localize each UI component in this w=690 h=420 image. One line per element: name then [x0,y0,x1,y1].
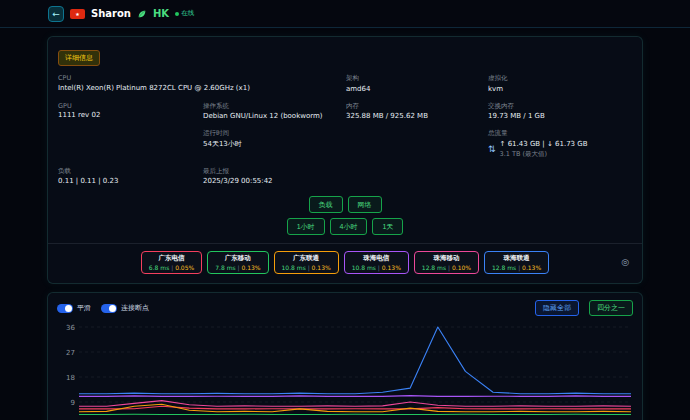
connect-gaps-toggle[interactable]: 连接断点 [101,303,149,313]
toggle-switch-icon [101,304,117,313]
field-virtualization: 虚拟化 kvm [488,74,632,94]
field-value: 1111 rev 02 [58,111,203,120]
isp-latency: 10.8 ms [282,264,306,271]
field-traffic: 总流量 ⇅ ↑ 61.43 GB | ↓ 61.73 GB 3.1 TB (最大… [488,129,632,159]
toggle-label: 连接断点 [121,303,149,313]
field-load: 负载 0.11 | 0.11 | 0.23 [58,167,203,187]
quarter-view-button[interactable]: 四分之一 [589,300,633,316]
isp-chip-gd-unicom[interactable]: 广东联通 10.8 ms | 0.13% [274,251,339,274]
isp-loss: 0.13% [241,264,260,271]
field-gpu: GPU 1111 rev 02 [58,102,203,122]
isp-name: 广东联通 [282,254,331,263]
field-last-report: 最后上报 2025/3/29 00:55:42 [203,167,346,187]
main-content: 详细信息 CPU Intel(R) Xeon(R) Platinum 8272C… [47,36,643,420]
isp-latency: 12.8 ms [422,264,446,271]
toggle-label: 平滑 [77,303,91,313]
isp-chip-zh-mobile[interactable]: 珠海移动 12.8 ms | 0.10% [414,251,479,274]
details-card: 详细信息 CPU Intel(R) Xeon(R) Platinum 8272C… [47,36,643,284]
chart-header: 平滑 连接断点 隐藏全部 四分之一 [57,300,633,316]
svg-text:18: 18 [66,374,75,382]
isp-loss: 0.10% [452,264,471,271]
field-label: 交换内存 [488,102,632,111]
status-label: 在线 [181,9,194,18]
back-arrow-icon: ← [52,9,60,19]
svg-text:36: 36 [66,324,75,332]
field-value: Debian GNU/Linux 12 (bookworm) [203,112,346,121]
traffic-total-value: 3.1 TB (最大值) [500,150,588,159]
field-arch: 架构 amd64 [346,74,488,94]
latency-line-chart[interactable]: 36271890 [57,321,635,420]
traffic-updown-icon: ⇅ [488,144,496,154]
toggle-switch-icon [57,304,73,313]
isp-chip-zh-unicom[interactable]: 珠海联通 12.8 ms | 0.13% [484,251,549,274]
field-value: 0.11 | 0.11 | 0.23 [58,177,203,186]
field-label: GPU [58,102,203,110]
view-network-button[interactable]: 网络 [348,196,382,213]
field-swap: 交换内存 19.73 MB / 1 GB [488,102,632,122]
isp-latency: 12.8 ms [492,264,516,271]
isp-latency: 7.8 ms [215,264,235,271]
record-circle-icon[interactable]: ◎ [621,257,629,267]
field-value: 325.88 MB / 925.62 MB [346,112,488,121]
range-buttons: 1小时 4小时 1天 [287,218,404,235]
field-value: 2025/3/29 00:55:42 [203,177,346,186]
region-code: HK [153,8,169,19]
isp-chips-row: 广东电信 6.8 ms | 0.05% 广东移动 7.8 ms | 0.13% … [58,244,632,279]
field-label: 总流量 [488,129,632,138]
range-1d-button[interactable]: 1天 [372,218,403,235]
details-badge: 详细信息 [58,50,100,66]
isp-latency: 10.8 ms [352,264,376,271]
isp-name: 珠海联通 [492,254,541,263]
svg-text:9: 9 [71,399,75,407]
field-os: 操作系统 Debian GNU/Linux 12 (bookworm) [203,102,346,122]
hide-all-button[interactable]: 隐藏全部 [535,300,579,316]
region-flag-icon: ★ [70,9,85,19]
field-value: kvm [488,85,632,94]
field-label: 虚拟化 [488,74,632,83]
topbar: ← ★ Sharon HK 在线 [0,0,690,28]
field-cpu: CPU Intel(R) Xeon(R) Platinum 8272CL CPU… [58,74,346,94]
field-uptime: 运行时间 54天13小时 [203,129,346,159]
field-value: Intel(R) Xeon(R) Platinum 8272CL CPU @ 2… [58,84,346,93]
field-label: 最后上报 [203,167,346,176]
back-button[interactable]: ← [48,6,64,22]
isp-chip-gd-telecom[interactable]: 广东电信 6.8 ms | 0.05% [141,251,202,274]
range-1h-button[interactable]: 1小时 [287,218,325,235]
isp-name: 广东移动 [215,254,260,263]
isp-loss: 0.05% [175,264,194,271]
view-buttons: 负载 网络 [309,196,382,213]
isp-loss: 0.13% [312,264,331,271]
field-value: 19.73 MB / 1 GB [488,112,632,121]
field-label: 内存 [346,102,488,111]
isp-loss: 0.13% [522,264,541,271]
field-label: 负载 [58,167,203,176]
isp-latency: 6.8 ms [149,264,169,271]
info-grid: CPU Intel(R) Xeon(R) Platinum 8272CL CPU… [58,74,632,186]
isp-chip-zh-telecom[interactable]: 珠海电信 10.8 ms | 0.13% [344,251,409,274]
field-label: CPU [58,74,346,82]
isp-name: 珠海电信 [352,254,401,263]
field-label: 操作系统 [203,102,346,111]
isp-name: 广东电信 [149,254,194,263]
isp-name: 珠海移动 [422,254,471,263]
isp-chip-gd-mobile[interactable]: 广东移动 7.8 ms | 0.13% [207,251,268,274]
range-4h-button[interactable]: 4小时 [330,218,368,235]
field-label: 架构 [346,74,488,83]
field-label: 运行时间 [203,129,346,138]
chart-controls: 负载 网络 1小时 4小时 1天 [58,196,632,235]
isp-loss: 0.13% [382,264,401,271]
svg-text:27: 27 [66,349,75,357]
view-load-button[interactable]: 负载 [309,196,343,213]
server-name: Sharon [91,8,131,19]
traffic-updown-value: ↑ 61.43 GB | ↓ 61.73 GB [500,140,588,149]
field-value: amd64 [346,85,488,94]
latency-chart-card: 平滑 连接断点 隐藏全部 四分之一 36271890 03-29 00:01 0… [47,292,643,420]
field-value: 54天13小时 [203,140,346,149]
status-badge: 在线 [175,9,194,18]
leaf-icon [137,9,147,19]
field-memory: 内存 325.88 MB / 925.62 MB [346,102,488,122]
online-dot-icon [175,12,179,16]
smooth-toggle[interactable]: 平滑 [57,303,91,313]
